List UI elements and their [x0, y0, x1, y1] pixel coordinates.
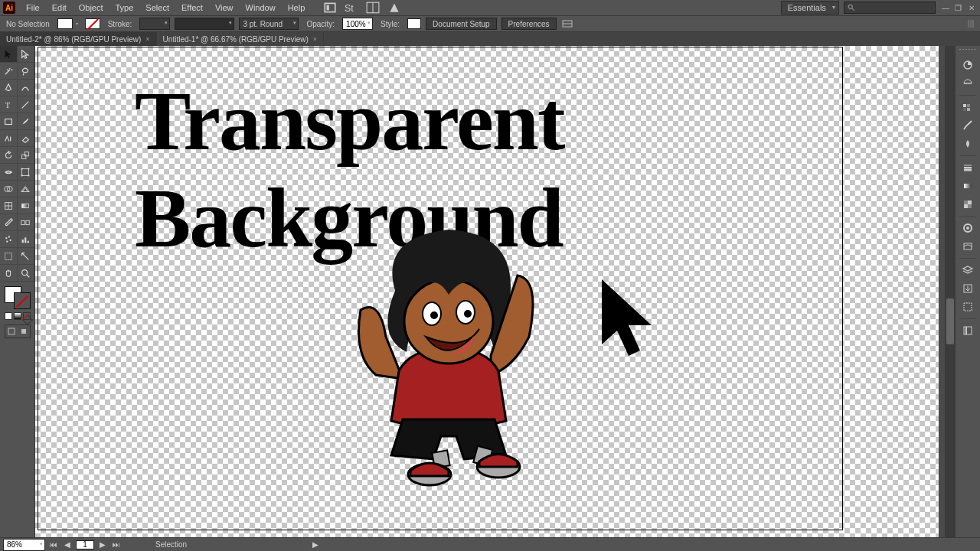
svg-rect-59	[964, 184, 972, 188]
svg-rect-17	[22, 168, 29, 175]
shaper-tool[interactable]	[0, 130, 18, 147]
swatches-panel-button[interactable]	[959, 99, 977, 116]
artboard-tool[interactable]	[0, 248, 18, 265]
document-tab[interactable]: Untitled-1* @ 66.67% (RGB/GPU Preview)×	[157, 32, 324, 46]
artboard-number-input[interactable]	[76, 540, 94, 549]
perspective-grid-tool[interactable]	[18, 181, 35, 197]
eyedropper-tool[interactable]	[0, 214, 18, 231]
mesh-tool[interactable]	[0, 197, 18, 214]
close-button[interactable]: ✕	[966, 4, 977, 12]
opacity-input[interactable]: 100%	[342, 18, 373, 30]
fill-color-swatch[interactable]	[57, 18, 73, 29]
stock-icon[interactable]: St	[345, 2, 358, 13]
brush-definition-dropdown[interactable]: 3 pt. Round	[239, 18, 299, 30]
shape-builder-tool[interactable]	[0, 181, 18, 197]
preferences-button[interactable]: Preferences	[501, 18, 557, 30]
color-guide-panel-button[interactable]	[959, 75, 977, 92]
close-tab-icon[interactable]: ×	[313, 35, 317, 43]
stroke-weight-dropdown[interactable]	[139, 18, 170, 30]
menu-help[interactable]: Help	[282, 0, 312, 15]
stroke-panel-button[interactable]	[959, 159, 977, 176]
blend-tool[interactable]	[18, 214, 35, 231]
gradient-tool[interactable]	[18, 197, 35, 214]
status-bar-flyout[interactable]: ▶	[312, 540, 318, 549]
document-tab[interactable]: Untitled-2* @ 86% (RGB/GPU Preview)×	[0, 32, 157, 46]
paintbrush-tool[interactable]	[18, 113, 35, 130]
direct-selection-tool[interactable]	[18, 46, 35, 63]
menu-window[interactable]: Window	[240, 0, 282, 15]
svg-point-18	[21, 168, 23, 169]
scale-tool[interactable]	[18, 147, 35, 164]
gpu-preview-icon[interactable]	[387, 2, 401, 13]
type-tool[interactable]: T	[0, 96, 18, 113]
next-artboard-button[interactable]: ▶	[97, 540, 108, 549]
menu-view[interactable]: View	[209, 0, 240, 15]
menu-file[interactable]: File	[20, 0, 46, 15]
dock-handle[interactable]	[959, 49, 976, 52]
graphic-styles-panel-button[interactable]	[959, 238, 977, 255]
pen-tool[interactable]	[0, 80, 18, 96]
zoom-level[interactable]: 86%	[3, 539, 45, 551]
bridge-icon[interactable]	[323, 2, 337, 13]
stroke-swatch[interactable]	[14, 292, 31, 309]
window-buttons: — ❐ ✕	[940, 3, 977, 12]
last-artboard-button[interactable]: ⏭	[111, 540, 122, 549]
gradient-panel-button[interactable]	[959, 178, 977, 194]
stroke-color-swatch[interactable]	[85, 18, 100, 29]
appearance-panel-button[interactable]	[959, 220, 977, 236]
workspace-switcher[interactable]: Essentials	[781, 1, 839, 15]
color-mode-gradient[interactable]	[14, 312, 21, 320]
prev-artboard-button[interactable]: ◀	[62, 540, 73, 549]
color-mode-none[interactable]	[23, 312, 31, 320]
free-transform-tool[interactable]	[18, 164, 35, 181]
align-to-icon[interactable]	[561, 18, 573, 30]
libraries-panel-button[interactable]	[959, 322, 977, 339]
canvas-area[interactable]: Transparent Background	[35, 46, 945, 537]
symbols-panel-button[interactable]	[959, 135, 977, 152]
menu-effect[interactable]: Effect	[175, 0, 209, 15]
svg-rect-28	[21, 220, 24, 224]
opacity-label: Opacity:	[303, 20, 338, 28]
selection-tool[interactable]	[0, 46, 18, 63]
magic-wand-tool[interactable]	[0, 63, 18, 80]
maximize-button[interactable]: ❐	[953, 4, 964, 12]
rectangle-tool[interactable]	[0, 113, 18, 130]
control-bar-handle[interactable]	[965, 19, 977, 28]
menu-type[interactable]: Type	[109, 0, 140, 15]
first-artboard-button[interactable]: ⏮	[48, 540, 59, 549]
column-graph-tool[interactable]	[18, 231, 35, 248]
layers-panel-button[interactable]	[959, 262, 977, 279]
color-panel-button[interactable]	[959, 57, 977, 73]
eraser-tool[interactable]	[18, 130, 35, 147]
rotate-tool[interactable]	[0, 147, 18, 164]
symbol-sprayer-tool[interactable]	[0, 231, 18, 248]
variable-width-profile-dropdown[interactable]	[175, 18, 234, 30]
curvature-tool[interactable]	[18, 80, 35, 96]
svg-line-39	[27, 274, 30, 277]
asset-export-panel-button[interactable]	[959, 280, 977, 297]
search-box[interactable]	[844, 2, 936, 14]
arrange-documents-icon[interactable]	[366, 2, 380, 13]
menu-edit[interactable]: Edit	[46, 0, 73, 15]
menu-select[interactable]: Select	[139, 0, 175, 15]
scrollbar-thumb[interactable]	[946, 298, 954, 344]
draw-mode-switcher[interactable]	[5, 324, 31, 338]
menu-object[interactable]: Object	[73, 0, 109, 15]
hand-tool[interactable]	[0, 265, 18, 282]
zoom-tool[interactable]	[18, 265, 35, 282]
width-tool[interactable]	[0, 164, 18, 181]
line-segment-tool[interactable]	[18, 96, 35, 113]
color-mode-solid[interactable]	[5, 312, 12, 320]
document-setup-button[interactable]: Document Setup	[426, 18, 497, 30]
fill-stroke-swatch[interactable]	[5, 286, 31, 309]
vertical-scrollbar[interactable]	[945, 46, 956, 537]
lasso-tool[interactable]	[18, 63, 35, 80]
artboards-panel-button[interactable]	[959, 298, 977, 315]
minimize-button[interactable]: —	[940, 4, 951, 12]
slice-tool[interactable]	[18, 248, 35, 265]
close-tab-icon[interactable]: ×	[145, 35, 149, 43]
brushes-panel-button[interactable]	[959, 117, 977, 134]
transparency-panel-button[interactable]	[959, 196, 977, 213]
color-controls	[0, 282, 34, 343]
graphic-style-swatch[interactable]	[407, 18, 421, 29]
